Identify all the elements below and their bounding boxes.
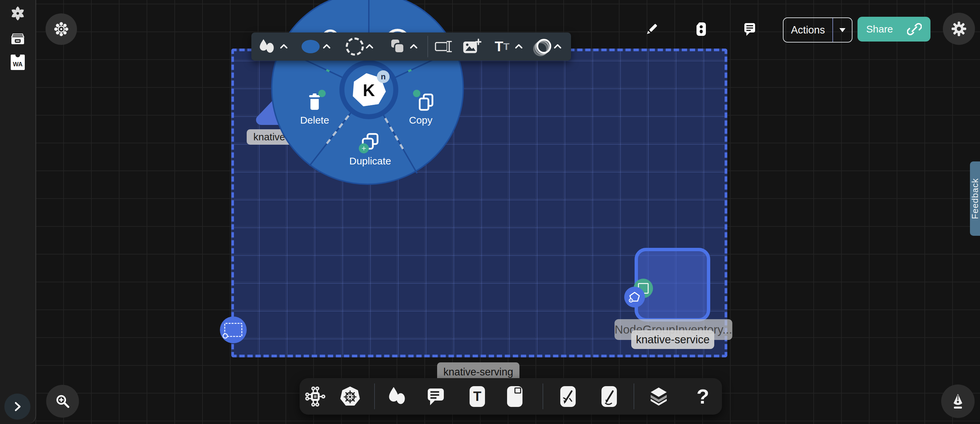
toolbar-divider bbox=[427, 36, 428, 57]
webassembly-icon[interactable]: WA bbox=[0, 54, 35, 71]
border-style-icon[interactable] bbox=[346, 32, 364, 61]
gear-icon bbox=[951, 21, 967, 37]
feedback-tab[interactable]: Feedback bbox=[970, 161, 980, 236]
fill-color-expand[interactable] bbox=[321, 32, 332, 61]
duplicate-plus-dot: + bbox=[359, 143, 369, 153]
radial-context-menu[interactable]: Delete Copy + Duplicate K n bbox=[271, 0, 464, 185]
copy-icon[interactable] bbox=[418, 93, 434, 113]
canvas[interactable]: knative-s NodeGroupInventory... knative-… bbox=[0, 0, 980, 424]
actions-caret[interactable] bbox=[833, 28, 852, 32]
help-tool[interactable]: ? bbox=[692, 378, 714, 414]
actions-label: Actions bbox=[784, 24, 832, 36]
opacity-icon[interactable] bbox=[533, 32, 553, 61]
comment-tool[interactable] bbox=[425, 378, 447, 414]
node-name-label: knative-service bbox=[631, 330, 714, 349]
share-button[interactable]: Share bbox=[858, 17, 931, 41]
comments-button[interactable] bbox=[740, 19, 760, 39]
settings-button[interactable] bbox=[943, 13, 975, 45]
share-label: Share bbox=[866, 24, 893, 35]
expand-sidebar-button[interactable] bbox=[4, 394, 30, 420]
edit-pencil-button[interactable] bbox=[642, 19, 662, 39]
actions-button[interactable]: Actions bbox=[783, 18, 853, 43]
layers-tool[interactable] bbox=[648, 378, 670, 414]
selection-handle[interactable] bbox=[220, 317, 247, 343]
sidebar: WA bbox=[0, 0, 36, 424]
knative-badge-icon bbox=[624, 287, 645, 308]
note-tool[interactable] bbox=[504, 378, 526, 414]
opacity-expand[interactable] bbox=[552, 32, 563, 61]
cluster-button[interactable] bbox=[46, 13, 77, 45]
copy-status-dot bbox=[413, 90, 420, 97]
tools-toolbar: T bbox=[299, 378, 722, 414]
arrange-icon[interactable] bbox=[390, 32, 406, 61]
diagram-tool[interactable] bbox=[304, 378, 326, 414]
menu-item-delete[interactable]: Delete bbox=[300, 115, 329, 126]
rename-icon[interactable] bbox=[434, 32, 453, 61]
caret-down-icon bbox=[839, 28, 845, 32]
save-button[interactable] bbox=[691, 19, 711, 39]
format-toolbar: TT bbox=[251, 32, 571, 61]
archive-icon[interactable] bbox=[0, 29, 35, 47]
pencil-tool[interactable] bbox=[598, 378, 620, 414]
feedback-label: Feedback bbox=[970, 178, 980, 219]
zoom-button[interactable] bbox=[46, 385, 79, 418]
delete-status-dot bbox=[318, 90, 326, 97]
arrange-expand[interactable] bbox=[408, 32, 419, 61]
text-tool[interactable]: T bbox=[466, 378, 488, 414]
toolbar-divider bbox=[542, 384, 543, 409]
zoom-in-icon bbox=[54, 392, 71, 410]
border-style-expand[interactable] bbox=[364, 32, 375, 61]
kubernetes-tool[interactable] bbox=[339, 378, 361, 414]
pen-ruler-tool[interactable] bbox=[557, 378, 579, 414]
text-style-icon[interactable]: TT bbox=[491, 32, 513, 61]
cluster-icon bbox=[54, 21, 69, 37]
text-style-expand[interactable] bbox=[513, 32, 525, 61]
shapes-tool[interactable] bbox=[386, 378, 408, 414]
pen-nib-icon bbox=[949, 392, 967, 410]
chevron-right-icon bbox=[12, 401, 23, 412]
menu-item-copy[interactable]: Copy bbox=[409, 115, 433, 126]
shape-picker-expand[interactable] bbox=[278, 32, 290, 61]
knative-n-badge: n bbox=[377, 70, 390, 83]
fill-color-swatch[interactable] bbox=[301, 32, 320, 61]
add-image-icon[interactable] bbox=[462, 32, 482, 61]
link-icon bbox=[907, 22, 922, 37]
menu-item-duplicate[interactable]: Duplicate bbox=[349, 155, 391, 167]
toolbar-divider bbox=[633, 384, 634, 409]
toolbar-divider bbox=[374, 384, 375, 409]
shape-picker-icon[interactable] bbox=[258, 32, 276, 61]
app-logo-icon[interactable] bbox=[0, 5, 35, 21]
pen-mode-button[interactable] bbox=[941, 384, 975, 418]
